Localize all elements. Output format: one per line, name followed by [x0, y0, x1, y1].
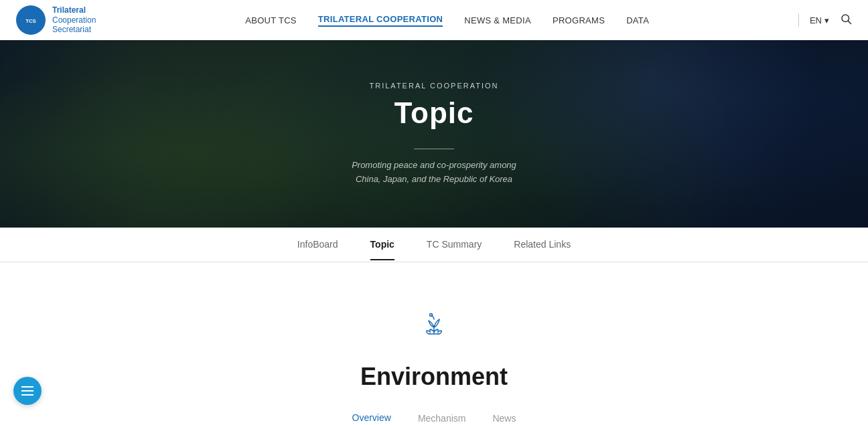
- nav-item-trilateral-cooperation[interactable]: TRILATERAL COOPERATION: [318, 14, 443, 27]
- sub-nav-related-links[interactable]: Related Links: [514, 230, 571, 260]
- main-content: Environment Overview Mechanism News: [0, 262, 868, 425]
- divider: [798, 13, 799, 27]
- tab-news[interactable]: News: [492, 413, 516, 425]
- hero-content: TRILATERAL COOPERATION Topic Promoting p…: [0, 40, 868, 228]
- nav-item-about-tcs[interactable]: ABOUT TCS: [245, 15, 297, 25]
- hero-title: Topic: [394, 96, 474, 130]
- language-selector[interactable]: EN ▾: [810, 15, 829, 25]
- nav-item-data[interactable]: DATA: [626, 15, 649, 25]
- svg-line-3: [848, 21, 851, 23]
- hero-description: Promoting peace and co-prosperity among …: [352, 159, 516, 187]
- logo[interactable]: TCS Trilateral Cooperation Secretariat: [16, 5, 96, 35]
- hero-subtitle: TRILATERAL COOPERATION: [370, 82, 499, 90]
- content-tabs: Overview Mechanism News: [352, 412, 516, 425]
- logo-circle: TCS: [16, 5, 46, 35]
- sub-nav-tc-summary[interactable]: TC Summary: [427, 230, 482, 260]
- hero-section: TRILATERAL COOPERATION Topic Promoting p…: [0, 40, 868, 228]
- search-button[interactable]: [840, 13, 852, 28]
- floating-action-button[interactable]: [13, 377, 42, 405]
- header-right: EN ▾: [798, 13, 852, 28]
- sub-nav: InfoBoard Topic TC Summary Related Links: [0, 228, 868, 262]
- tab-mechanism[interactable]: Mechanism: [418, 413, 466, 425]
- section-title: Environment: [360, 363, 508, 391]
- sub-nav-infoboard[interactable]: InfoBoard: [297, 230, 338, 260]
- svg-text:TCS: TCS: [25, 18, 36, 24]
- logo-text: Trilateral Cooperation Secretariat: [52, 5, 96, 34]
- nav-item-programs[interactable]: PROGRAMS: [553, 15, 605, 25]
- lang-arrow: ▾: [824, 15, 829, 25]
- nav-item-news-media[interactable]: NEWS & MEDIA: [464, 15, 531, 25]
- main-nav: ABOUT TCS TRILATERAL COOPERATION NEWS & …: [245, 14, 649, 27]
- hero-divider: [414, 149, 454, 149]
- sub-nav-topic[interactable]: Topic: [370, 230, 394, 260]
- environment-icon: [411, 303, 457, 349]
- tab-overview[interactable]: Overview: [352, 412, 391, 425]
- header: TCS Trilateral Cooperation Secretariat A…: [0, 0, 868, 40]
- lang-label: EN: [810, 15, 822, 25]
